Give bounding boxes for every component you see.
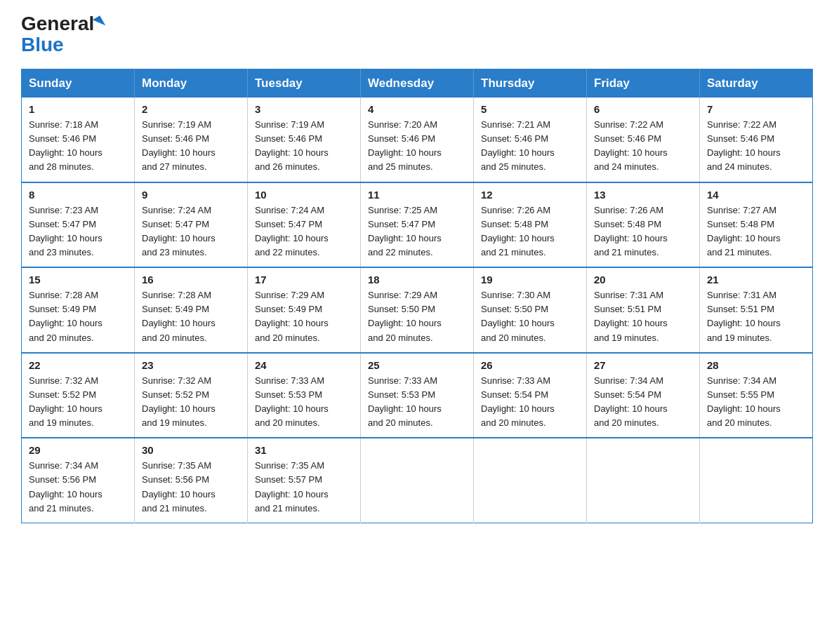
logo-text-general: General [21,14,94,34]
day-number: 14 [707,189,805,201]
day-info: Sunrise: 7:34 AMSunset: 5:54 PMDaylight:… [594,374,692,431]
day-number: 27 [594,359,692,371]
day-number: 4 [368,103,466,115]
calendar-day-cell: 7 Sunrise: 7:22 AMSunset: 5:46 PMDayligh… [700,98,813,182]
day-number: 1 [29,103,127,115]
day-info: Sunrise: 7:25 AMSunset: 5:47 PMDaylight:… [368,203,466,260]
calendar-day-cell: 10 Sunrise: 7:24 AMSunset: 5:47 PMDaylig… [248,182,361,268]
day-info: Sunrise: 7:19 AMSunset: 5:46 PMDaylight:… [142,118,240,175]
day-info: Sunrise: 7:33 AMSunset: 5:54 PMDaylight:… [481,374,579,431]
calendar-day-cell: 30 Sunrise: 7:35 AMSunset: 5:56 PMDaylig… [135,438,248,523]
day-info: Sunrise: 7:28 AMSunset: 5:49 PMDaylight:… [29,288,127,345]
logo: General Blue [21,14,104,56]
calendar-day-cell: 11 Sunrise: 7:25 AMSunset: 5:47 PMDaylig… [361,182,474,268]
day-number: 23 [142,359,240,371]
calendar-day-cell: 16 Sunrise: 7:28 AMSunset: 5:49 PMDaylig… [135,267,248,353]
calendar-week-row: 1 Sunrise: 7:18 AMSunset: 5:46 PMDayligh… [22,98,813,182]
day-info: Sunrise: 7:34 AMSunset: 5:56 PMDaylight:… [29,459,127,516]
calendar-day-cell: 8 Sunrise: 7:23 AMSunset: 5:47 PMDayligh… [22,182,135,268]
calendar-day-cell [587,438,700,523]
calendar-day-cell: 25 Sunrise: 7:33 AMSunset: 5:53 PMDaylig… [361,353,474,438]
day-number: 11 [368,189,466,201]
day-number: 2 [142,103,240,115]
day-of-week-header: Thursday [474,69,587,98]
calendar-day-cell: 27 Sunrise: 7:34 AMSunset: 5:54 PMDaylig… [587,353,700,438]
page-header: General Blue [21,14,813,56]
day-number: 25 [368,359,466,371]
day-number: 16 [142,274,240,286]
day-info: Sunrise: 7:32 AMSunset: 5:52 PMDaylight:… [29,374,127,431]
day-number: 21 [707,274,805,286]
day-of-week-header: Sunday [22,69,135,98]
day-info: Sunrise: 7:23 AMSunset: 5:47 PMDaylight:… [29,203,127,260]
calendar-week-row: 8 Sunrise: 7:23 AMSunset: 5:47 PMDayligh… [22,182,813,268]
day-number: 22 [29,359,127,371]
day-info: Sunrise: 7:24 AMSunset: 5:47 PMDaylight:… [255,203,353,260]
calendar-day-cell: 2 Sunrise: 7:19 AMSunset: 5:46 PMDayligh… [135,98,248,182]
calendar-day-cell: 28 Sunrise: 7:34 AMSunset: 5:55 PMDaylig… [700,353,813,438]
day-number: 29 [29,444,127,456]
day-number: 10 [255,189,353,201]
day-of-week-header: Friday [587,69,700,98]
calendar-day-cell: 5 Sunrise: 7:21 AMSunset: 5:46 PMDayligh… [474,98,587,182]
day-number: 31 [255,444,353,456]
day-of-week-header: Wednesday [361,69,474,98]
calendar-table: SundayMondayTuesdayWednesdayThursdayFrid… [21,69,813,523]
day-info: Sunrise: 7:27 AMSunset: 5:48 PMDaylight:… [707,203,805,260]
day-number: 8 [29,189,127,201]
day-info: Sunrise: 7:29 AMSunset: 5:50 PMDaylight:… [368,288,466,345]
day-info: Sunrise: 7:20 AMSunset: 5:46 PMDaylight:… [368,118,466,175]
day-info: Sunrise: 7:22 AMSunset: 5:46 PMDaylight:… [707,118,805,175]
calendar-day-cell: 21 Sunrise: 7:31 AMSunset: 5:51 PMDaylig… [700,267,813,353]
calendar-day-cell [361,438,474,523]
calendar-day-cell: 24 Sunrise: 7:33 AMSunset: 5:53 PMDaylig… [248,353,361,438]
day-info: Sunrise: 7:26 AMSunset: 5:48 PMDaylight:… [481,203,579,260]
calendar-day-cell: 29 Sunrise: 7:34 AMSunset: 5:56 PMDaylig… [22,438,135,523]
calendar-day-cell: 18 Sunrise: 7:29 AMSunset: 5:50 PMDaylig… [361,267,474,353]
day-info: Sunrise: 7:22 AMSunset: 5:46 PMDaylight:… [594,118,692,175]
day-number: 15 [29,274,127,286]
day-number: 20 [594,274,692,286]
calendar-day-cell: 4 Sunrise: 7:20 AMSunset: 5:46 PMDayligh… [361,98,474,182]
logo-text-blue: Blue [21,34,64,56]
day-info: Sunrise: 7:18 AMSunset: 5:46 PMDaylight:… [29,118,127,175]
calendar-day-cell: 3 Sunrise: 7:19 AMSunset: 5:46 PMDayligh… [248,98,361,182]
day-info: Sunrise: 7:33 AMSunset: 5:53 PMDaylight:… [255,374,353,431]
day-of-week-header: Monday [135,69,248,98]
calendar-day-cell [700,438,813,523]
day-info: Sunrise: 7:30 AMSunset: 5:50 PMDaylight:… [481,288,579,345]
calendar-day-cell: 14 Sunrise: 7:27 AMSunset: 5:48 PMDaylig… [700,182,813,268]
calendar-day-cell: 22 Sunrise: 7:32 AMSunset: 5:52 PMDaylig… [22,353,135,438]
day-info: Sunrise: 7:28 AMSunset: 5:49 PMDaylight:… [142,288,240,345]
day-info: Sunrise: 7:34 AMSunset: 5:55 PMDaylight:… [707,374,805,431]
day-number: 24 [255,359,353,371]
day-info: Sunrise: 7:32 AMSunset: 5:52 PMDaylight:… [142,374,240,431]
calendar-day-cell: 12 Sunrise: 7:26 AMSunset: 5:48 PMDaylig… [474,182,587,268]
calendar-week-row: 22 Sunrise: 7:32 AMSunset: 5:52 PMDaylig… [22,353,813,438]
calendar-day-cell: 6 Sunrise: 7:22 AMSunset: 5:46 PMDayligh… [587,98,700,182]
calendar-header-row: SundayMondayTuesdayWednesdayThursdayFrid… [22,69,813,98]
calendar-week-row: 15 Sunrise: 7:28 AMSunset: 5:49 PMDaylig… [22,267,813,353]
day-number: 5 [481,103,579,115]
day-info: Sunrise: 7:29 AMSunset: 5:49 PMDaylight:… [255,288,353,345]
day-number: 13 [594,189,692,201]
day-info: Sunrise: 7:35 AMSunset: 5:57 PMDaylight:… [255,459,353,516]
day-of-week-header: Saturday [700,69,813,98]
calendar-day-cell [474,438,587,523]
calendar-day-cell: 23 Sunrise: 7:32 AMSunset: 5:52 PMDaylig… [135,353,248,438]
calendar-day-cell: 19 Sunrise: 7:30 AMSunset: 5:50 PMDaylig… [474,267,587,353]
day-info: Sunrise: 7:21 AMSunset: 5:46 PMDaylight:… [481,118,579,175]
day-info: Sunrise: 7:31 AMSunset: 5:51 PMDaylight:… [594,288,692,345]
day-number: 17 [255,274,353,286]
calendar-day-cell: 31 Sunrise: 7:35 AMSunset: 5:57 PMDaylig… [248,438,361,523]
day-number: 9 [142,189,240,201]
day-info: Sunrise: 7:35 AMSunset: 5:56 PMDaylight:… [142,459,240,516]
day-info: Sunrise: 7:19 AMSunset: 5:46 PMDaylight:… [255,118,353,175]
day-number: 6 [594,103,692,115]
calendar-day-cell: 15 Sunrise: 7:28 AMSunset: 5:49 PMDaylig… [22,267,135,353]
calendar-day-cell: 9 Sunrise: 7:24 AMSunset: 5:47 PMDayligh… [135,182,248,268]
calendar-day-cell: 17 Sunrise: 7:29 AMSunset: 5:49 PMDaylig… [248,267,361,353]
calendar-day-cell: 1 Sunrise: 7:18 AMSunset: 5:46 PMDayligh… [22,98,135,182]
day-number: 28 [707,359,805,371]
day-number: 26 [481,359,579,371]
